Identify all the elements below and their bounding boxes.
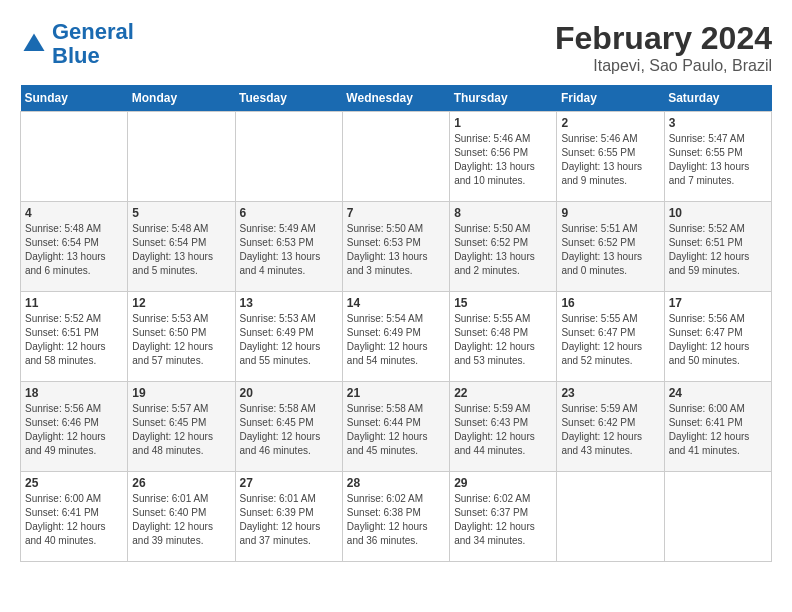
day-number: 4 — [25, 206, 123, 220]
calendar-cell: 24Sunrise: 6:00 AM Sunset: 6:41 PM Dayli… — [664, 382, 771, 472]
day-number: 1 — [454, 116, 552, 130]
logo: General Blue — [20, 20, 134, 68]
calendar-cell — [557, 472, 664, 562]
day-info: Sunrise: 5:50 AM Sunset: 6:53 PM Dayligh… — [347, 222, 445, 278]
calendar-week-row: 11Sunrise: 5:52 AM Sunset: 6:51 PM Dayli… — [21, 292, 772, 382]
calendar-cell: 7Sunrise: 5:50 AM Sunset: 6:53 PM Daylig… — [342, 202, 449, 292]
day-info: Sunrise: 5:59 AM Sunset: 6:42 PM Dayligh… — [561, 402, 659, 458]
calendar-cell: 27Sunrise: 6:01 AM Sunset: 6:39 PM Dayli… — [235, 472, 342, 562]
day-number: 27 — [240, 476, 338, 490]
calendar-week-row: 25Sunrise: 6:00 AM Sunset: 6:41 PM Dayli… — [21, 472, 772, 562]
calendar-cell: 10Sunrise: 5:52 AM Sunset: 6:51 PM Dayli… — [664, 202, 771, 292]
calendar-cell: 11Sunrise: 5:52 AM Sunset: 6:51 PM Dayli… — [21, 292, 128, 382]
subtitle: Itapevi, Sao Paulo, Brazil — [555, 57, 772, 75]
calendar-cell: 1Sunrise: 5:46 AM Sunset: 6:56 PM Daylig… — [450, 112, 557, 202]
day-info: Sunrise: 5:47 AM Sunset: 6:55 PM Dayligh… — [669, 132, 767, 188]
calendar-cell: 18Sunrise: 5:56 AM Sunset: 6:46 PM Dayli… — [21, 382, 128, 472]
day-number: 3 — [669, 116, 767, 130]
logo-icon — [20, 30, 48, 58]
weekday-header-cell: Friday — [557, 85, 664, 112]
day-info: Sunrise: 6:02 AM Sunset: 6:38 PM Dayligh… — [347, 492, 445, 548]
day-number: 29 — [454, 476, 552, 490]
day-info: Sunrise: 5:46 AM Sunset: 6:56 PM Dayligh… — [454, 132, 552, 188]
day-number: 12 — [132, 296, 230, 310]
calendar-cell: 17Sunrise: 5:56 AM Sunset: 6:47 PM Dayli… — [664, 292, 771, 382]
day-info: Sunrise: 5:48 AM Sunset: 6:54 PM Dayligh… — [132, 222, 230, 278]
calendar-table: SundayMondayTuesdayWednesdayThursdayFrid… — [20, 85, 772, 562]
day-info: Sunrise: 5:58 AM Sunset: 6:45 PM Dayligh… — [240, 402, 338, 458]
day-number: 20 — [240, 386, 338, 400]
calendar-cell — [664, 472, 771, 562]
day-number: 24 — [669, 386, 767, 400]
calendar-body: 1Sunrise: 5:46 AM Sunset: 6:56 PM Daylig… — [21, 112, 772, 562]
day-info: Sunrise: 6:01 AM Sunset: 6:40 PM Dayligh… — [132, 492, 230, 548]
calendar-cell: 19Sunrise: 5:57 AM Sunset: 6:45 PM Dayli… — [128, 382, 235, 472]
calendar-cell: 20Sunrise: 5:58 AM Sunset: 6:45 PM Dayli… — [235, 382, 342, 472]
day-number: 8 — [454, 206, 552, 220]
calendar-cell: 22Sunrise: 5:59 AM Sunset: 6:43 PM Dayli… — [450, 382, 557, 472]
calendar-cell — [21, 112, 128, 202]
day-info: Sunrise: 5:59 AM Sunset: 6:43 PM Dayligh… — [454, 402, 552, 458]
day-number: 7 — [347, 206, 445, 220]
day-number: 21 — [347, 386, 445, 400]
day-info: Sunrise: 5:50 AM Sunset: 6:52 PM Dayligh… — [454, 222, 552, 278]
day-info: Sunrise: 5:52 AM Sunset: 6:51 PM Dayligh… — [669, 222, 767, 278]
day-number: 26 — [132, 476, 230, 490]
calendar-cell: 23Sunrise: 5:59 AM Sunset: 6:42 PM Dayli… — [557, 382, 664, 472]
calendar-cell: 15Sunrise: 5:55 AM Sunset: 6:48 PM Dayli… — [450, 292, 557, 382]
calendar-week-row: 18Sunrise: 5:56 AM Sunset: 6:46 PM Dayli… — [21, 382, 772, 472]
day-info: Sunrise: 5:51 AM Sunset: 6:52 PM Dayligh… — [561, 222, 659, 278]
day-info: Sunrise: 5:53 AM Sunset: 6:49 PM Dayligh… — [240, 312, 338, 368]
main-title: February 2024 — [555, 20, 772, 57]
calendar-cell — [128, 112, 235, 202]
calendar-cell: 6Sunrise: 5:49 AM Sunset: 6:53 PM Daylig… — [235, 202, 342, 292]
day-number: 15 — [454, 296, 552, 310]
day-number: 22 — [454, 386, 552, 400]
day-number: 28 — [347, 476, 445, 490]
calendar-cell — [235, 112, 342, 202]
day-number: 14 — [347, 296, 445, 310]
calendar-cell: 16Sunrise: 5:55 AM Sunset: 6:47 PM Dayli… — [557, 292, 664, 382]
day-number: 23 — [561, 386, 659, 400]
calendar-cell: 21Sunrise: 5:58 AM Sunset: 6:44 PM Dayli… — [342, 382, 449, 472]
weekday-header: SundayMondayTuesdayWednesdayThursdayFrid… — [21, 85, 772, 112]
calendar-cell: 13Sunrise: 5:53 AM Sunset: 6:49 PM Dayli… — [235, 292, 342, 382]
calendar-cell: 12Sunrise: 5:53 AM Sunset: 6:50 PM Dayli… — [128, 292, 235, 382]
calendar-cell: 4Sunrise: 5:48 AM Sunset: 6:54 PM Daylig… — [21, 202, 128, 292]
day-info: Sunrise: 5:53 AM Sunset: 6:50 PM Dayligh… — [132, 312, 230, 368]
calendar-week-row: 4Sunrise: 5:48 AM Sunset: 6:54 PM Daylig… — [21, 202, 772, 292]
weekday-header-cell: Monday — [128, 85, 235, 112]
weekday-header-cell: Saturday — [664, 85, 771, 112]
day-info: Sunrise: 5:49 AM Sunset: 6:53 PM Dayligh… — [240, 222, 338, 278]
calendar-cell: 28Sunrise: 6:02 AM Sunset: 6:38 PM Dayli… — [342, 472, 449, 562]
day-number: 2 — [561, 116, 659, 130]
calendar-cell: 29Sunrise: 6:02 AM Sunset: 6:37 PM Dayli… — [450, 472, 557, 562]
weekday-header-cell: Sunday — [21, 85, 128, 112]
day-info: Sunrise: 5:52 AM Sunset: 6:51 PM Dayligh… — [25, 312, 123, 368]
day-info: Sunrise: 6:00 AM Sunset: 6:41 PM Dayligh… — [669, 402, 767, 458]
day-number: 11 — [25, 296, 123, 310]
day-number: 10 — [669, 206, 767, 220]
calendar-week-row: 1Sunrise: 5:46 AM Sunset: 6:56 PM Daylig… — [21, 112, 772, 202]
calendar-cell: 3Sunrise: 5:47 AM Sunset: 6:55 PM Daylig… — [664, 112, 771, 202]
day-info: Sunrise: 6:02 AM Sunset: 6:37 PM Dayligh… — [454, 492, 552, 548]
day-number: 5 — [132, 206, 230, 220]
weekday-header-cell: Thursday — [450, 85, 557, 112]
calendar-cell: 5Sunrise: 5:48 AM Sunset: 6:54 PM Daylig… — [128, 202, 235, 292]
day-info: Sunrise: 5:55 AM Sunset: 6:47 PM Dayligh… — [561, 312, 659, 368]
calendar-cell: 26Sunrise: 6:01 AM Sunset: 6:40 PM Dayli… — [128, 472, 235, 562]
calendar-cell: 9Sunrise: 5:51 AM Sunset: 6:52 PM Daylig… — [557, 202, 664, 292]
day-number: 9 — [561, 206, 659, 220]
weekday-header-cell: Tuesday — [235, 85, 342, 112]
page-header: General Blue February 2024 Itapevi, Sao … — [20, 20, 772, 75]
day-info: Sunrise: 5:55 AM Sunset: 6:48 PM Dayligh… — [454, 312, 552, 368]
logo-text: General Blue — [52, 20, 134, 68]
calendar-cell: 8Sunrise: 5:50 AM Sunset: 6:52 PM Daylig… — [450, 202, 557, 292]
day-number: 25 — [25, 476, 123, 490]
day-info: Sunrise: 5:57 AM Sunset: 6:45 PM Dayligh… — [132, 402, 230, 458]
day-info: Sunrise: 5:46 AM Sunset: 6:55 PM Dayligh… — [561, 132, 659, 188]
weekday-header-cell: Wednesday — [342, 85, 449, 112]
calendar-cell — [342, 112, 449, 202]
calendar-cell: 25Sunrise: 6:00 AM Sunset: 6:41 PM Dayli… — [21, 472, 128, 562]
day-info: Sunrise: 5:58 AM Sunset: 6:44 PM Dayligh… — [347, 402, 445, 458]
